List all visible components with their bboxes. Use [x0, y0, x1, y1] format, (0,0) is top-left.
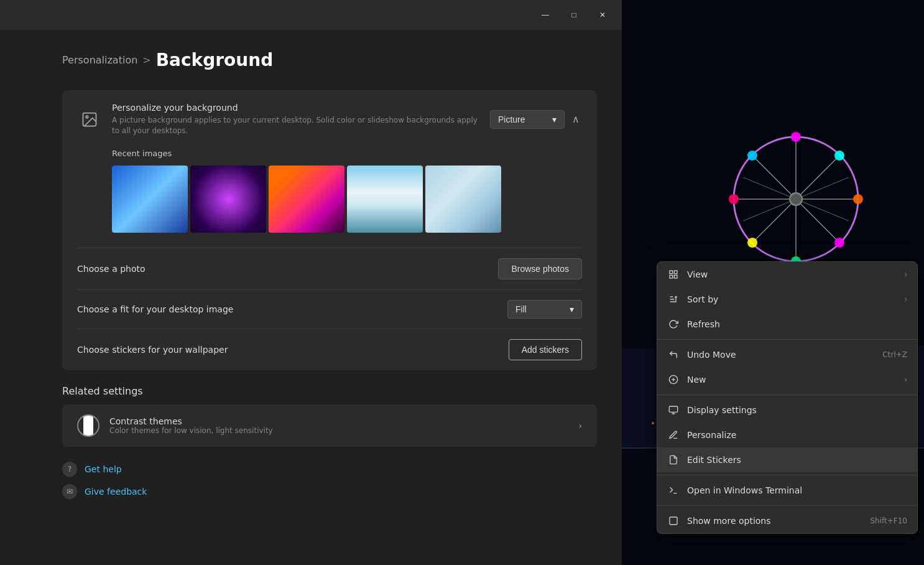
chevron-right-icon: › [578, 421, 582, 431]
menu-label-new: New [687, 375, 897, 385]
contrast-icon [77, 414, 99, 437]
choose-photo-label: Choose a photo [77, 264, 146, 274]
menu-divider [657, 339, 917, 340]
menu-item-view[interactable]: View› [657, 262, 917, 287]
choose-stickers-label: Choose stickers for your wallpaper [77, 345, 228, 355]
thumbnail-2[interactable] [190, 166, 266, 233]
card-header: Personalize your background A picture ba… [62, 90, 597, 149]
menu-divider [657, 395, 917, 395]
menu-label-display-settings: Display settings [687, 405, 907, 415]
collapse-button[interactable]: ∧ [570, 111, 582, 128]
breadcrumb: Personalization > Background [62, 50, 597, 70]
menu-item-show-more[interactable]: Show more optionsShift+F10 [657, 508, 917, 533]
contrast-subtitle: Color themes for low vision, light sensi… [109, 426, 578, 435]
background-icon [77, 107, 102, 132]
window-controls: — □ ✕ [531, 5, 617, 25]
minimize-button[interactable]: — [531, 5, 560, 25]
menu-item-new[interactable]: New› [657, 367, 917, 392]
refresh-icon [667, 318, 680, 330]
more-icon [667, 515, 680, 527]
svg-point-11 [790, 193, 802, 205]
sidebar [0, 30, 37, 565]
background-type-dropdown[interactable]: Picture ▾ [490, 110, 565, 129]
main-content: Personalization > Background Personal [37, 30, 622, 565]
svg-point-18 [729, 194, 739, 204]
menu-shortcut-undo-move: Ctrl+Z [882, 350, 907, 359]
give-feedback-link[interactable]: ✉ Give feedback [62, 484, 597, 499]
thumbnail-5[interactable] [425, 166, 501, 233]
menu-label-refresh: Refresh [687, 319, 907, 329]
svg-point-15 [834, 238, 844, 248]
svg-rect-42 [674, 275, 677, 278]
menu-label-open-terminal: Open in Windows Terminal [687, 485, 907, 495]
menu-label-show-more: Show more options [687, 516, 862, 526]
footer-links: ? Get help ✉ Give feedback [62, 462, 597, 499]
recent-images-label: Recent images [112, 149, 582, 158]
related-settings-title: Related settings [62, 385, 597, 397]
choose-photo-row: Choose a photo Browse photos [62, 248, 597, 289]
get-help-link[interactable]: ? Get help [62, 462, 597, 477]
chevron-down-icon: ▾ [552, 114, 557, 124]
card-title: Personalize your background [112, 103, 480, 113]
menu-divider [657, 475, 917, 475]
title-bar: — □ ✕ [0, 0, 622, 30]
card-control: Picture ▾ ∧ [490, 110, 582, 129]
menu-label-sort-by: Sort by [687, 294, 897, 304]
menu-item-undo-move[interactable]: Undo MoveCtrl+Z [657, 342, 917, 367]
menu-item-edit-stickers[interactable]: Edit Stickers [657, 447, 917, 472]
menu-item-display-settings[interactable]: Display settings [657, 398, 917, 423]
help-icon: ? [62, 462, 77, 477]
svg-rect-50 [669, 406, 677, 412]
card-subtitle: A picture background applies to your cur… [112, 115, 480, 136]
thumbnail-1[interactable] [112, 166, 188, 233]
get-help-label: Get help [85, 464, 122, 474]
thumbnail-4[interactable] [347, 166, 423, 233]
svg-point-13 [834, 151, 844, 161]
fit-dropdown[interactable]: Fill ▾ [507, 300, 582, 319]
svg-point-14 [853, 194, 863, 204]
menu-label-edit-stickers: Edit Stickers [687, 455, 907, 465]
background-card: Personalize your background A picture ba… [62, 90, 597, 370]
svg-rect-54 [670, 517, 677, 525]
chevron-right-icon-new: › [904, 375, 907, 384]
svg-point-28 [652, 422, 654, 424]
menu-label-personalize: Personalize [687, 430, 907, 440]
choose-fit-row: Choose a fit for your desktop image Fill… [62, 290, 597, 329]
svg-rect-39 [670, 271, 673, 274]
svg-point-38 [86, 116, 88, 118]
browse-photos-button[interactable]: Browse photos [498, 258, 582, 279]
svg-point-19 [747, 151, 757, 161]
menu-label-view: View [687, 269, 897, 279]
svg-rect-40 [674, 271, 677, 274]
card-text: Personalize your background A picture ba… [112, 103, 480, 136]
context-menu: View›Sort by›RefreshUndo MoveCtrl+ZNew›D… [657, 261, 918, 534]
menu-item-sort-by[interactable]: Sort by› [657, 287, 917, 312]
close-button[interactable]: ✕ [588, 5, 617, 25]
choose-stickers-row: Choose stickers for your wallpaper Add s… [62, 329, 597, 370]
chevron-right-icon-sort-by: › [904, 295, 907, 304]
sort-icon [667, 293, 680, 306]
new-icon [667, 373, 680, 386]
menu-item-personalize[interactable]: Personalize [657, 423, 917, 447]
chevron-right-icon-view: › [904, 270, 907, 279]
contrast-icon-half [83, 416, 93, 436]
menu-label-undo-move: Undo Move [687, 350, 875, 360]
choose-fit-label: Choose a fit for your desktop image [77, 304, 233, 314]
feedback-icon: ✉ [62, 484, 77, 499]
menu-item-refresh[interactable]: Refresh [657, 312, 917, 337]
display-icon [667, 404, 680, 416]
menu-item-open-terminal[interactable]: Open in Windows Terminal [657, 478, 917, 503]
give-feedback-label: Give feedback [85, 487, 147, 497]
card-body: Recent images [62, 149, 597, 248]
breadcrumb-parent[interactable]: Personalization [62, 54, 137, 66]
view-icon [667, 268, 680, 281]
contrast-title: Contrast themes [109, 416, 578, 426]
settings-window: — □ ✕ Personalization > Background [0, 0, 622, 565]
thumbnail-3[interactable] [269, 166, 344, 233]
maximize-button[interactable]: □ [560, 5, 588, 25]
personalize-icon [667, 429, 680, 441]
recent-images-grid [112, 166, 582, 233]
contrast-themes-row[interactable]: Contrast themes Color themes for low vis… [62, 404, 597, 447]
svg-point-17 [747, 238, 757, 248]
add-stickers-button[interactable]: Add stickers [509, 339, 582, 360]
